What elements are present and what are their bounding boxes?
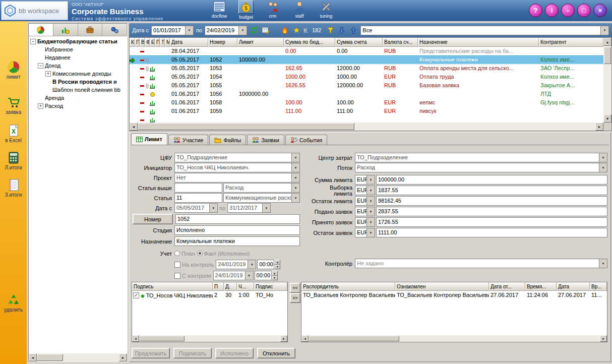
module-crm[interactable]: crm [261, 1, 284, 20]
time-spinner[interactable]: ▲▼ [272, 271, 278, 280]
tab-sobytiya[interactable]: События [285, 135, 327, 145]
dropdown-arrow-icon[interactable]: ▼ [366, 218, 375, 226]
scroll-right-icon[interactable]: ► [280, 335, 287, 342]
currency-select[interactable]: EUR▼ [355, 217, 375, 227]
collapse-left-button[interactable]: << [290, 283, 300, 293]
grid-column-header[interactable]: В [140, 38, 145, 47]
sidebar-item-excel[interactable]: Xв Excel [0, 124, 27, 143]
dropdown-arrow-icon[interactable]: ▼ [245, 271, 253, 280]
spin-up-icon[interactable]: ▲ [274, 260, 280, 265]
dropdown-arrow-icon[interactable]: ▼ [600, 26, 608, 35]
project-select[interactable]: Нет▼ [174, 173, 300, 183]
dropdown-arrow-icon[interactable]: ▼ [185, 26, 193, 35]
signature-checkbox[interactable]: ✓ [133, 292, 139, 298]
dropdown-arrow-icon[interactable]: ▼ [209, 204, 217, 212]
grid-vscrollbar[interactable]: ▲ ▼ [603, 38, 611, 123]
s-kontrolya-date-picker[interactable]: 24/01/2019▼ [213, 271, 254, 280]
currency-select[interactable]: EUR▼ [355, 175, 375, 185]
dropdown-arrow-icon[interactable]: ▼ [599, 163, 607, 172]
form-date-from-picker[interactable]: 05/05/2017▼ [174, 203, 218, 213]
dropdown-arrow-icon[interactable]: ▼ [291, 153, 299, 162]
grid-row[interactable]: 01.06.201710561000000.00ЛТД [130, 90, 603, 98]
dropdown-arrow-icon[interactable]: ▼ [366, 175, 375, 184]
grid-row[interactable]: 01.06.20171059111.00111.00EURпивсук [130, 107, 603, 115]
grid-column-header[interactable]: Е [150, 38, 155, 47]
money-value-field[interactable]: 1837.55 [376, 186, 607, 195]
tree-tab-budget[interactable] [29, 24, 53, 36]
table-edit-icon[interactable] [261, 26, 270, 35]
sig-column-header[interactable]: Подпис [254, 282, 287, 291]
money-value-field[interactable]: 98162.45 [376, 196, 607, 206]
sign-button[interactable]: Подписать [173, 348, 212, 358]
k-letter-icon[interactable]: К [303, 27, 308, 34]
grid-column-header[interactable]: Сумма счета [335, 38, 383, 47]
grid-column-header[interactable]: Ф [145, 38, 150, 47]
sidebar-item-l-itogi[interactable]: Л.итоги [0, 151, 27, 170]
currency-select[interactable]: EUR▼ [355, 186, 375, 195]
module-budget[interactable]: $budget [234, 1, 258, 20]
cfu-select[interactable]: ТО_Подразделение▼ [174, 153, 300, 162]
expand-right-button[interactable]: >> [290, 293, 300, 303]
mgr-column-header[interactable]: Дата [557, 282, 590, 291]
dropdown-arrow-icon[interactable]: ▼ [599, 153, 607, 162]
decline-button[interactable]: Отклонить [257, 348, 295, 358]
tree-hscroll-track[interactable] [37, 353, 119, 361]
tab-faily[interactable]: Файлы [209, 135, 246, 145]
dropdown-arrow-icon[interactable]: ▼ [291, 194, 299, 202]
grid-column-header[interactable]: Т [160, 38, 165, 47]
signatures-hscrollbar[interactable]: ◄ ► [132, 335, 287, 342]
tree-tab-finance[interactable] [53, 24, 78, 36]
sig-column-header[interactable]: Подпись [132, 282, 213, 291]
grid-row[interactable]: 05.05.20171052100000.00Комунальные плате… [130, 55, 603, 64]
purpose-field[interactable]: Комунальные платежи [174, 236, 300, 246]
dropdown-arrow-icon[interactable]: ▼ [262, 204, 270, 212]
grid-row[interactable]: 28.04.20170.000.00RUBПредставительские р… [130, 47, 603, 55]
scroll-down-icon[interactable]: ▼ [603, 114, 611, 123]
tree-node[interactable]: Недавнее [29, 53, 127, 62]
module-docflow[interactable]: docflow [208, 1, 231, 20]
sig-column-header[interactable]: П [213, 282, 224, 291]
date-to-picker[interactable]: 24/02/2019▼ [205, 26, 247, 35]
number-field[interactable]: 1052 [175, 214, 300, 224]
scroll-left-icon[interactable]: ◄ [130, 123, 138, 131]
scroll-left-icon[interactable]: ◄ [301, 335, 309, 342]
s-kontrolya-checkbox[interactable] [174, 273, 180, 279]
maximize-button[interactable]: □ [577, 4, 591, 17]
help-button[interactable]: ? [529, 4, 542, 17]
tree-node[interactable]: Избранное [29, 45, 127, 53]
dropdown-arrow-icon[interactable]: ▼ [248, 260, 256, 269]
grid-column-header[interactable]: Номер [208, 38, 237, 47]
mgr-column-header[interactable]: Ознакомлен [395, 282, 489, 291]
grid-row[interactable]: 05.05.201710541000.001000.00EURОтлата тр… [130, 73, 603, 81]
scroll-right-icon[interactable]: ► [595, 123, 603, 131]
filter-funnel-icon[interactable] [326, 26, 335, 35]
tree-hscrollbar[interactable]: ◄ ► [29, 353, 127, 361]
tree-node[interactable]: +Расход [29, 102, 127, 110]
currency-select[interactable]: EUR▼ [355, 196, 375, 206]
dropdown-arrow-icon[interactable]: ▼ [291, 184, 299, 192]
close-button[interactable]: × [593, 4, 607, 17]
minimize-button[interactable]: – [561, 4, 575, 17]
tab-limit[interactable]: Лимит [131, 133, 167, 145]
sort-desc-icon[interactable] [337, 26, 346, 35]
tree-node[interactable]: Шаблон полей слияния bb [29, 86, 127, 94]
grid-vscroll-track[interactable] [603, 46, 611, 114]
grid-row[interactable]: 05.05.20171053162.6512000.00RUBОплата ар… [130, 64, 603, 73]
grid-hscroll-track[interactable] [138, 123, 595, 131]
sig-column-header[interactable]: Д. [224, 282, 237, 291]
dropdown-arrow-icon[interactable]: ▼ [238, 26, 247, 35]
time-spinner[interactable]: ▲▼ [274, 260, 280, 269]
scroll-right-icon[interactable]: ► [600, 335, 607, 342]
info-button[interactable]: i [545, 4, 559, 17]
na-kontrol-time-field[interactable]: 00:00 [257, 260, 274, 269]
scroll-up-icon[interactable]: ▲ [603, 38, 611, 46]
currency-select[interactable]: EUR▼ [355, 228, 375, 237]
parent-article-field[interactable] [174, 183, 222, 193]
mgr-column-header[interactable]: Распорядитель [301, 282, 395, 291]
tree-tab-services[interactable] [102, 24, 127, 36]
date-from-picker[interactable]: 01/01/2017▼ [151, 26, 194, 35]
favorites-star-icon[interactable]: ★ [292, 26, 301, 35]
grid-column-header[interactable]: Сумма по бюд... [284, 38, 335, 47]
sig-column-header[interactable]: Ч... [237, 282, 254, 291]
initiator-select[interactable]: ТО_Носов ЧКЦ Николаевич.▼ [174, 163, 300, 172]
